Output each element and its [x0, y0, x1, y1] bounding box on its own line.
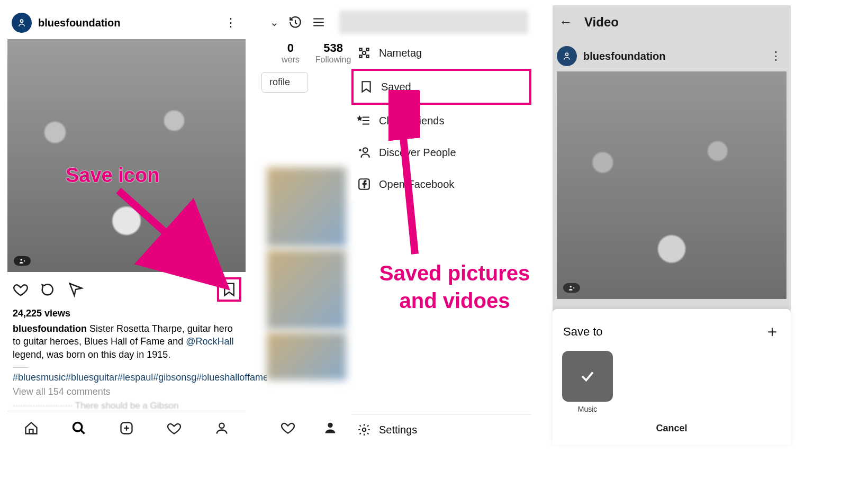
menu-label: Discover People	[379, 147, 456, 159]
svg-point-11	[363, 428, 366, 432]
post-actions	[7, 272, 246, 307]
bookmark-icon	[359, 79, 374, 94]
mention-link[interactable]: @RockHall	[186, 336, 233, 347]
edit-profile-button[interactable]: rofile	[261, 72, 308, 93]
gear-icon	[357, 422, 372, 437]
profile-icon[interactable]	[322, 420, 338, 436]
grid-thumb[interactable]	[267, 167, 346, 247]
menu-icon[interactable]	[312, 15, 326, 29]
menu-open-facebook[interactable]: Open Facebook	[351, 168, 531, 200]
svg-point-13	[570, 286, 572, 288]
menu-label: Saved	[381, 81, 411, 93]
caption-username[interactable]: bluesfoundation	[13, 323, 87, 334]
divider	[13, 367, 29, 368]
menu-label: Nametag	[379, 47, 422, 59]
post-header: bluesfoundation ⋮	[7, 5, 246, 39]
activity-icon[interactable]	[280, 420, 296, 436]
facebook-icon	[357, 177, 372, 192]
activity-icon[interactable]	[166, 420, 182, 436]
add-person-icon	[357, 145, 372, 160]
svg-point-6	[363, 51, 366, 55]
post-image[interactable]	[557, 71, 786, 299]
menu-saved[interactable]: Saved	[351, 69, 531, 105]
tagged-people-icon[interactable]	[14, 256, 31, 266]
add-collection-icon[interactable]: ＋	[764, 321, 780, 342]
menu-nametag[interactable]: Nametag	[351, 37, 531, 69]
profile-top: ⌄	[267, 5, 531, 39]
list-star-icon	[357, 113, 372, 128]
svg-point-5	[219, 423, 224, 428]
menu-label: Close Friends	[379, 115, 444, 127]
svg-point-0	[21, 20, 23, 22]
back-icon[interactable]: ←	[559, 14, 573, 30]
save-to-label: Save to	[563, 325, 603, 339]
collection-thumb	[562, 351, 613, 402]
more-icon[interactable]: ⋮	[220, 16, 241, 30]
view-all-comments[interactable]: View all 154 comments	[7, 383, 246, 401]
menu-discover-people[interactable]: Discover People	[351, 137, 531, 168]
profile-grid	[267, 164, 351, 383]
share-icon[interactable]	[67, 280, 85, 298]
home-icon[interactable]	[23, 420, 39, 436]
svg-point-1	[21, 259, 23, 261]
followers-stat[interactable]: 0wers	[282, 41, 300, 65]
profile-icon[interactable]	[214, 420, 230, 436]
like-icon[interactable]	[12, 280, 30, 298]
page-title: Video	[584, 15, 619, 30]
avatar[interactable]	[557, 46, 577, 66]
more-icon[interactable]: ⋮	[765, 49, 786, 63]
save-to-row: Save to ＋	[562, 315, 781, 348]
svg-point-3	[74, 422, 82, 431]
annotation-highlight	[217, 277, 241, 302]
hashtags[interactable]: #bluesmusic#bluesguitar#lespaul#gibsonsg…	[7, 372, 246, 383]
save-icon[interactable]	[220, 280, 238, 298]
following-stat[interactable]: 538Following	[315, 41, 351, 65]
svg-point-7	[363, 148, 368, 152]
add-post-icon[interactable]	[119, 420, 134, 436]
menu-label: Open Facebook	[379, 178, 454, 191]
save-to-sheet: Save to ＋ Music Cancel	[553, 309, 791, 445]
side-menu: Nametag Saved Close Friends Discover Peo…	[351, 37, 531, 200]
chevron-down-icon[interactable]: ⌄	[270, 16, 279, 29]
post-caption: bluesfoundation Sister Rosetta Tharpe, g…	[7, 320, 246, 363]
blurred-username	[339, 11, 528, 34]
post-username[interactable]: bluesfoundation	[38, 17, 220, 29]
search-icon[interactable]	[71, 420, 87, 436]
bottom-tabs-partial	[267, 411, 351, 445]
grid-thumb[interactable]	[267, 332, 346, 380]
video-header: ← Video	[553, 5, 791, 39]
avatar[interactable]	[12, 13, 32, 33]
svg-point-12	[566, 53, 568, 56]
post-image[interactable]	[7, 39, 246, 272]
grid-thumb[interactable]	[267, 250, 346, 329]
annotation-saved-text: Saved pictures and vidoes	[378, 259, 531, 314]
svg-point-10	[328, 423, 332, 428]
cancel-button[interactable]: Cancel	[562, 413, 781, 436]
archive-icon[interactable]	[288, 15, 302, 29]
view-count[interactable]: 24,225 views	[7, 307, 246, 320]
post-username[interactable]: bluesfoundation	[583, 50, 765, 62]
tagged-people-icon[interactable]	[563, 283, 580, 293]
panel-save-to: ← Video bluesfoundation ⋮ Save to ＋	[553, 5, 791, 445]
menu-label: Settings	[379, 424, 417, 436]
bottom-nav	[7, 411, 246, 445]
panel-profile-menu: ⌄ 0wers 538Following rofile Nametag	[267, 5, 531, 445]
comment-icon[interactable]	[39, 280, 57, 298]
collection-item[interactable]: Music	[562, 351, 781, 413]
menu-settings[interactable]: Settings	[351, 414, 531, 445]
nametag-icon	[357, 46, 372, 60]
comment-preview: ························ There should be…	[7, 401, 246, 411]
collection-label: Music	[562, 405, 613, 413]
menu-close-friends[interactable]: Close Friends	[351, 105, 531, 137]
post-header: bluesfoundation ⋮	[553, 41, 791, 71]
panel-instagram-post: bluesfoundation ⋮ Save icon	[7, 5, 246, 445]
